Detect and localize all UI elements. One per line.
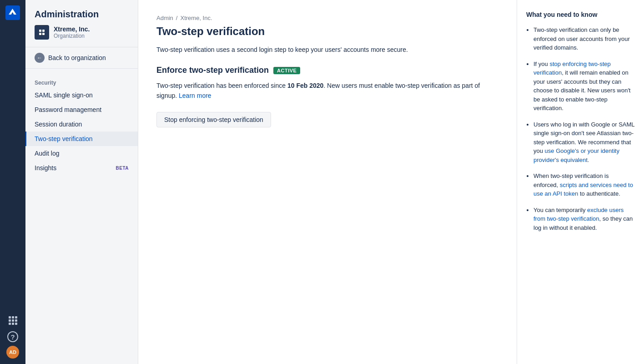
sidebar-item-audit-label: Audit log	[35, 150, 59, 157]
sidebar-item-session[interactable]: Session duration	[25, 117, 138, 131]
info-item-1: Two-step verification can only be enforc…	[533, 25, 635, 52]
enforcement-desc: Two-step verification has been enforced …	[156, 81, 498, 101]
svg-rect-3	[42, 33, 45, 35]
exclude-users-link[interactable]: exclude users from two-step verification	[533, 207, 624, 222]
info-panel-title: What you need to know	[526, 11, 635, 18]
back-to-org-link[interactable]: ← Back to organization	[25, 47, 138, 69]
icon-rail: ? AD	[0, 0, 25, 364]
info-item-5-text: You can temporarily exclude users from t…	[533, 207, 633, 231]
page-desc: Two-step verification uses a second logi…	[156, 45, 498, 55]
sidebar-nav: Security SAML single sign-on Password ma…	[25, 69, 138, 182]
bottom-icon-group: ? AD	[5, 313, 20, 359]
org-info: Xtreme, Inc. Organization	[54, 25, 90, 39]
back-label: Back to organization	[48, 54, 106, 61]
info-panel: What you need to know Two-step verificat…	[517, 0, 644, 364]
back-arrow-icon: ←	[35, 53, 45, 63]
learn-more-link[interactable]: Learn more	[179, 92, 211, 99]
admin-title: Administration	[35, 9, 129, 20]
apps-grid-icon[interactable]	[5, 313, 20, 328]
info-item-3: Users who log in with Google or SAML sin…	[533, 120, 635, 165]
sidebar-item-insights-label: Insights	[35, 164, 56, 172]
svg-rect-1	[42, 30, 45, 32]
sidebar-item-insights[interactable]: Insights BETA	[25, 161, 138, 175]
info-item-3-text: Users who log in with Google or SAML sin…	[533, 121, 634, 163]
help-icon[interactable]: ?	[7, 331, 18, 342]
enforcement-desc-part1: Two-step verification has been enforced …	[156, 82, 287, 89]
info-item-4-text: When two-step verification is enforced, …	[533, 172, 633, 197]
sidebar-header: Administration Xtreme, Inc. Organization	[25, 0, 138, 47]
info-item-2-text: If you stop enforcing two-step verificat…	[533, 61, 630, 112]
section-title: Enforce two-step verification ACTIVE	[156, 66, 498, 75]
breadcrumb-admin[interactable]: Admin	[156, 15, 173, 21]
info-item-5: You can temporarily exclude users from t…	[533, 206, 635, 233]
sidebar-item-saml-label: SAML single sign-on	[35, 91, 93, 99]
stop-enforcing-button[interactable]: Stop enforcing two-step verification	[156, 112, 271, 127]
info-item-2: If you stop enforcing two-step verificat…	[533, 60, 635, 113]
breadcrumb-org[interactable]: Xtreme, Inc.	[180, 15, 212, 21]
svg-rect-2	[39, 33, 41, 35]
org-name: Xtreme, Inc.	[54, 25, 90, 33]
info-item-1-text: Two-step verification can only be enforc…	[533, 26, 630, 51]
sidebar-item-password[interactable]: Password management	[25, 102, 138, 117]
sidebar: Administration Xtreme, Inc. Organization…	[25, 0, 138, 364]
info-panel-list: Two-step verification can only be enforc…	[526, 25, 635, 232]
page-title: Two-step verification	[156, 25, 498, 38]
org-icon	[35, 25, 49, 40]
active-badge: ACTIVE	[273, 67, 300, 74]
enforcement-date: 10 Feb 2020	[287, 82, 323, 89]
breadcrumb: Admin / Xtreme, Inc.	[156, 15, 498, 21]
sidebar-item-audit[interactable]: Audit log	[25, 146, 138, 161]
breadcrumb-sep: /	[176, 15, 178, 21]
security-section-label: Security	[25, 76, 138, 88]
sidebar-item-password-label: Password management	[35, 106, 101, 113]
org-type: Organization	[54, 33, 90, 39]
main-area: Admin / Xtreme, Inc. Two-step verificati…	[138, 0, 644, 364]
content-area: Admin / Xtreme, Inc. Two-step verificati…	[138, 0, 517, 364]
sidebar-item-twostep[interactable]: Two-step verification	[25, 131, 138, 146]
google-identity-link[interactable]: use Google's or your identity provider's…	[533, 147, 619, 163]
stop-enforcing-link[interactable]: stop enforcing two-step verification	[533, 61, 611, 76]
sidebar-item-saml[interactable]: SAML single sign-on	[25, 88, 138, 102]
section-title-text: Enforce two-step verification	[156, 66, 269, 75]
org-row: Xtreme, Inc. Organization	[35, 25, 129, 40]
sidebar-item-session-label: Session duration	[35, 121, 82, 128]
api-token-link[interactable]: scripts and services need to use an API …	[533, 182, 633, 197]
app-logo[interactable]	[5, 5, 20, 20]
beta-badge: BETA	[116, 166, 129, 171]
user-avatar[interactable]: AD	[6, 346, 19, 359]
svg-rect-0	[39, 30, 41, 32]
info-item-4: When two-step verification is enforced, …	[533, 172, 635, 198]
sidebar-item-twostep-label: Two-step verification	[35, 135, 93, 142]
